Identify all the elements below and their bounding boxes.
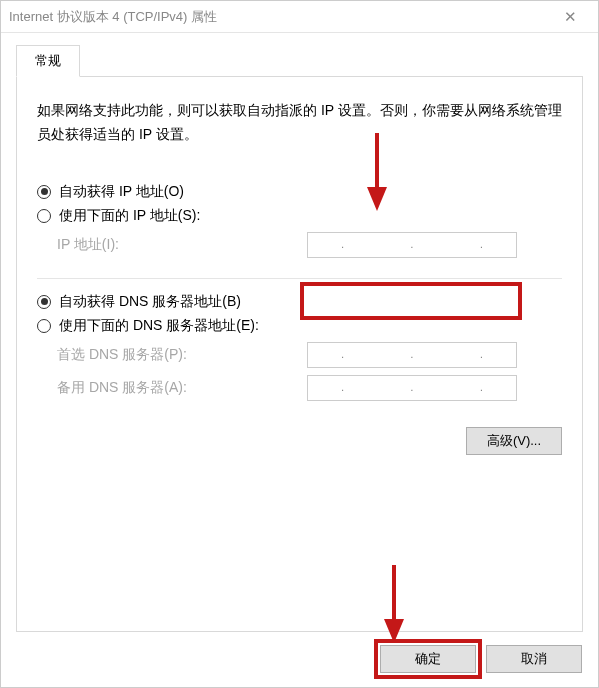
dialog-button-bar: 确定 取消	[1, 633, 598, 687]
radio-label: 自动获得 IP 地址(O)	[59, 183, 184, 201]
radio-icon	[37, 185, 51, 199]
ip-octet-sep: .	[341, 382, 344, 393]
close-icon: ✕	[564, 8, 577, 26]
radio-label: 自动获得 DNS 服务器地址(B)	[59, 293, 241, 311]
tab-general[interactable]: 常规	[16, 45, 80, 77]
radio-auto-dns[interactable]: 自动获得 DNS 服务器地址(B)	[37, 293, 562, 311]
alt-dns-input[interactable]: . . .	[307, 375, 517, 401]
ip-address-row: IP 地址(I): . . .	[57, 232, 562, 258]
ip-octet-sep: .	[341, 239, 344, 250]
pref-dns-input[interactable]: . . .	[307, 342, 517, 368]
ip-octet-sep: .	[411, 349, 414, 360]
radio-icon	[37, 319, 51, 333]
ok-button[interactable]: 确定	[380, 645, 476, 673]
ip-octet-sep: .	[411, 239, 414, 250]
radio-icon	[37, 295, 51, 309]
ip-octet-sep: .	[411, 382, 414, 393]
window-title: Internet 协议版本 4 (TCP/IPv4) 属性	[9, 8, 550, 26]
ip-octet-sep: .	[341, 349, 344, 360]
advanced-row: 高级(V)...	[37, 427, 562, 455]
radio-label: 使用下面的 DNS 服务器地址(E):	[59, 317, 259, 335]
ip-address-label: IP 地址(I):	[57, 236, 307, 254]
ip-octet-sep: .	[480, 349, 483, 360]
ip-octet-sep: .	[480, 239, 483, 250]
radio-manual-ip[interactable]: 使用下面的 IP 地址(S):	[37, 207, 562, 225]
description-text: 如果网络支持此功能，则可以获取自动指派的 IP 设置。否则，你需要从网络系统管理…	[37, 99, 562, 147]
ip-address-input[interactable]: . . .	[307, 232, 517, 258]
content-area: 常规 如果网络支持此功能，则可以获取自动指派的 IP 设置。否则，你需要从网络系…	[1, 33, 598, 633]
alt-dns-label: 备用 DNS 服务器(A):	[57, 379, 307, 397]
button-label: 取消	[521, 651, 547, 666]
radio-auto-ip[interactable]: 自动获得 IP 地址(O)	[37, 183, 562, 201]
close-button[interactable]: ✕	[550, 2, 590, 32]
tab-label: 常规	[35, 53, 61, 68]
radio-icon	[37, 209, 51, 223]
button-label: 确定	[415, 651, 441, 666]
pref-dns-row: 首选 DNS 服务器(P): . . .	[57, 342, 562, 368]
cancel-button[interactable]: 取消	[486, 645, 582, 673]
tab-strip: 常规	[16, 45, 583, 77]
alt-dns-row: 备用 DNS 服务器(A): . . .	[57, 375, 562, 401]
button-label: 高级(V)...	[487, 433, 541, 448]
radio-label: 使用下面的 IP 地址(S):	[59, 207, 200, 225]
section-divider	[37, 278, 562, 279]
dialog-window: Internet 协议版本 4 (TCP/IPv4) 属性 ✕ 常规 如果网络支…	[0, 0, 599, 688]
titlebar: Internet 协议版本 4 (TCP/IPv4) 属性 ✕	[1, 1, 598, 33]
advanced-button[interactable]: 高级(V)...	[466, 427, 562, 455]
pref-dns-label: 首选 DNS 服务器(P):	[57, 346, 307, 364]
radio-manual-dns[interactable]: 使用下面的 DNS 服务器地址(E):	[37, 317, 562, 335]
tab-panel: 如果网络支持此功能，则可以获取自动指派的 IP 设置。否则，你需要从网络系统管理…	[16, 77, 583, 632]
ip-octet-sep: .	[480, 382, 483, 393]
